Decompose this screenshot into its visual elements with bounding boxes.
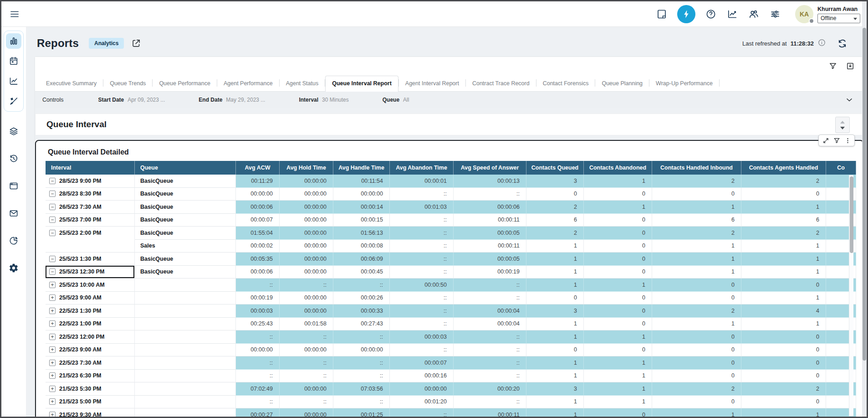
expand-icon[interactable]: + <box>49 308 56 314</box>
export-icon[interactable] <box>846 62 855 71</box>
history-icon[interactable] <box>6 151 21 166</box>
interval-cell[interactable]: −28/5/23 9:00 PM <box>46 175 135 188</box>
column-header-contacts-handled-inbound[interactable]: Contacts Handled Inbound <box>652 161 741 175</box>
interval-cell[interactable]: +21/5/23 5:00 PM <box>46 396 135 409</box>
controls-collapse-chevron-icon[interactable] <box>845 95 854 106</box>
interval-cell[interactable]: −25/5/23 7:00 PM <box>46 214 135 227</box>
tab-agent-status[interactable]: Agent Status <box>280 76 325 91</box>
column-header-avg-abandon-time[interactable]: Avg Abandon Time <box>390 161 454 175</box>
column-header-queue[interactable]: Queue <box>135 161 236 175</box>
column-header-contacts-abandoned[interactable]: Contacts Abandoned <box>584 161 652 175</box>
tab-queue-interval-report[interactable]: Queue Interval Report <box>325 76 398 92</box>
expand-icon[interactable]: + <box>49 320 56 327</box>
interval-cell[interactable]: −26/5/23 7:30 AM <box>46 201 135 214</box>
tab-executive-summary[interactable]: Executive Summary <box>40 76 103 91</box>
design-brush-icon[interactable] <box>6 93 21 109</box>
menu-icon[interactable] <box>9 8 20 20</box>
expand-icon[interactable]: + <box>49 372 56 379</box>
interval-cell[interactable]: −25/5/23 1:30 PM <box>46 253 135 266</box>
tab-queue-performance[interactable]: Queue Performance <box>153 76 217 91</box>
kebab-menu-icon[interactable] <box>843 136 852 145</box>
expand-icon[interactable]: + <box>49 346 56 353</box>
tab-agent-performance[interactable]: Agent Performance <box>217 76 279 91</box>
column-header-contacts-queued[interactable]: Contacts Queued <box>526 161 584 175</box>
user-name: Khurram Awan <box>817 6 860 12</box>
expand-icon[interactable]: + <box>49 412 56 418</box>
refresh-icon[interactable] <box>837 38 848 49</box>
tab-wrap-up-performance[interactable]: Wrap-Up Performance <box>649 76 719 91</box>
external-link-icon[interactable] <box>131 38 141 48</box>
interval-cell[interactable]: +21/5/23 9:30 AM <box>46 408 135 418</box>
settings-gear-icon[interactable] <box>6 260 21 276</box>
filter-icon[interactable] <box>828 62 837 71</box>
section-spinner[interactable] <box>835 117 850 133</box>
help-icon[interactable] <box>705 8 717 20</box>
tab-queue-trends[interactable]: Queue Trends <box>103 76 152 91</box>
interval-cell[interactable]: +21/5/23 5:30 PM <box>46 382 135 396</box>
line-chart-icon[interactable] <box>6 73 21 89</box>
notes-icon[interactable] <box>656 8 668 20</box>
collapse-icon[interactable]: − <box>49 256 56 262</box>
table-scrollbar-thumb[interactable] <box>850 176 853 253</box>
expand-icon[interactable] <box>821 136 830 145</box>
page-scrollbar[interactable] <box>862 1 867 417</box>
tab-contract-trace-record[interactable]: Contract Trace Record <box>466 76 536 91</box>
tab-contact-forensics[interactable]: Contact Forensics <box>536 76 595 91</box>
expand-icon[interactable]: + <box>49 386 56 392</box>
avatar[interactable]: KA <box>795 5 813 23</box>
column-header-co[interactable]: Co <box>826 161 856 175</box>
interval-cell[interactable]: +25/5/23 9:00 AM <box>46 292 135 305</box>
control-interval[interactable]: Interval30 Minutes <box>299 97 348 103</box>
control-start-date[interactable]: Start DateApr 09, 2023 ... <box>98 97 165 103</box>
column-header-avg-speed-of-answer[interactable]: Avg Speed of Answer <box>454 161 526 175</box>
column-header-avg-handle-time[interactable]: Avg Handle Time <box>333 161 390 175</box>
pie-chart-icon[interactable] <box>6 233 21 248</box>
expand-icon[interactable]: + <box>49 360 56 366</box>
collapse-icon[interactable]: − <box>49 204 56 210</box>
metrics-icon[interactable] <box>726 8 738 20</box>
interval-cell[interactable]: −25/5/23 12:30 PM <box>46 266 135 279</box>
collapse-icon[interactable]: − <box>49 191 56 197</box>
tab-queue-planning[interactable]: Queue Planning <box>595 76 649 91</box>
interval-cell[interactable]: +22/5/23 7:30 AM <box>46 356 135 370</box>
collapse-icon[interactable]: − <box>49 217 56 223</box>
table-scrollbar[interactable] <box>849 175 853 416</box>
interval-cell[interactable]: +25/5/23 10:00 AM <box>46 279 135 292</box>
collapse-icon[interactable]: − <box>49 178 56 184</box>
interval-cell[interactable]: +21/5/23 6:30 PM <box>46 370 135 383</box>
spinner-down-icon[interactable] <box>840 127 845 129</box>
interval-cell[interactable]: +22/5/23 1:30 PM <box>46 304 135 318</box>
interval-cell[interactable]: +22/5/23 9:00 AM <box>46 344 135 357</box>
expand-icon[interactable]: + <box>49 334 56 340</box>
contacts-icon[interactable] <box>748 8 760 20</box>
column-header-avg-acw[interactable]: Avg ACW <box>236 161 280 175</box>
collapse-icon[interactable]: − <box>49 230 56 236</box>
control-end-date[interactable]: End DateMay 29, 2023 ... <box>199 97 265 103</box>
browser-window-icon[interactable] <box>6 178 21 194</box>
interval-cell[interactable]: +22/5/23 12:00 PM <box>46 330 135 344</box>
interval-cell[interactable] <box>46 240 135 253</box>
column-header-interval[interactable]: Interval <box>46 161 135 175</box>
expand-icon[interactable]: + <box>49 398 56 405</box>
page-scrollbar-thumb[interactable] <box>863 28 866 361</box>
collapse-icon[interactable]: − <box>49 268 56 275</box>
analytics-bar-chart-icon[interactable] <box>6 33 21 49</box>
calendar-icon[interactable] <box>6 53 21 69</box>
expand-icon[interactable]: + <box>49 294 56 301</box>
control-queue[interactable]: QueueAll <box>383 97 409 103</box>
interval-cell[interactable]: +22/5/23 1:00 PM <box>46 318 135 331</box>
tab-agent-interval-report[interactable]: Agent Interval Report <box>399 76 465 91</box>
column-header-avg-hold-time[interactable]: Avg Hold Time <box>280 161 333 175</box>
expand-icon[interactable]: + <box>49 282 56 288</box>
info-icon[interactable] <box>817 38 826 48</box>
layers-icon[interactable] <box>6 124 21 139</box>
preferences-sliders-icon[interactable] <box>769 8 781 20</box>
quick-actions-lightning-icon[interactable] <box>677 5 695 23</box>
filter-icon[interactable] <box>832 136 841 145</box>
interval-cell[interactable]: −25/5/23 2:00 PM <box>46 227 135 240</box>
column-header-contacts-agents-handled[interactable]: Contacts Agents Handled <box>741 161 826 175</box>
mail-icon[interactable] <box>6 206 21 221</box>
spinner-up-icon[interactable] <box>840 121 845 124</box>
status-select[interactable]: Offline <box>817 14 860 23</box>
interval-cell[interactable]: −28/5/23 8:30 PM <box>46 188 135 201</box>
